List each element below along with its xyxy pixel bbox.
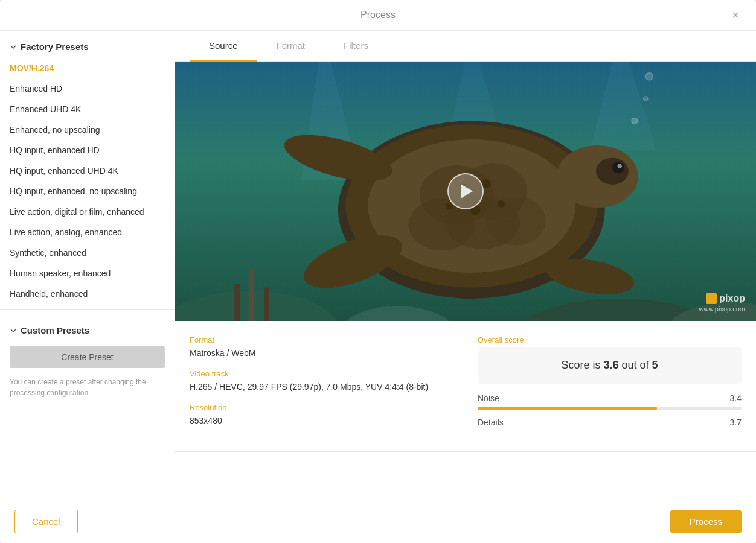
score-max: 5 [652, 359, 658, 371]
details-label: Details [478, 418, 504, 427]
format-label: Format [190, 335, 453, 345]
factory-preset-item-7[interactable]: Live action, digital or film, enhanced [0, 202, 175, 222]
factory-preset-item-3[interactable]: Enhanced, no upscaling [0, 119, 175, 140]
score-box: Score is 3.6 out of 5 [478, 347, 742, 384]
factory-preset-item-6[interactable]: HQ input, enhanced, no upscaling [0, 181, 175, 202]
custom-presets-label: Custom Presets [21, 325, 89, 335]
dialog-body: Factory Presets MOV/H.264Enhanced HDEnha… [0, 31, 756, 500]
source-info-left: Format Matroska / WebM Video track H.265… [190, 335, 453, 437]
tab-filters[interactable]: Filters [324, 31, 388, 62]
sidebar-divider [0, 309, 175, 310]
video-thumbnail: pixop www.pixop.com [175, 62, 756, 321]
score-value: 3.6 [603, 359, 618, 371]
svg-point-22 [618, 164, 622, 168]
pixop-watermark: pixop www.pixop.com [699, 293, 745, 313]
factory-preset-item-8[interactable]: Live action, analog, enhanced [0, 222, 175, 243]
process-button[interactable]: Process [670, 510, 742, 533]
svg-point-20 [596, 158, 629, 185]
sidebar: Factory Presets MOV/H.264Enhanced HDEnha… [0, 31, 175, 500]
overall-score-label: Overall score [478, 335, 742, 345]
details-metric-row: Details 3.7 [478, 418, 742, 427]
svg-point-32 [643, 97, 647, 101]
main-content: Source Format Filters [175, 31, 756, 500]
factory-preset-item-1[interactable]: Enhanced HD [0, 78, 175, 99]
play-icon [461, 184, 473, 198]
noise-label: Noise [478, 393, 499, 403]
noise-metric-row: Noise 3.4 [478, 393, 742, 403]
score-text: Score is 3.6 out of 5 [561, 359, 658, 371]
format-value: Matroska / WebM [190, 347, 453, 360]
create-preset-hint: You can create a preset after changing t… [0, 373, 175, 405]
factory-presets-label: Factory Presets [21, 42, 89, 52]
noise-bar-fill [478, 407, 657, 410]
pixop-logo: pixop [706, 293, 745, 304]
chevron-down-icon [10, 43, 17, 51]
chevron-down-icon-2 [10, 327, 17, 334]
dialog-footer: Cancel Process [0, 500, 756, 543]
factory-presets-header: Factory Presets [0, 31, 175, 58]
noise-bar-bg [478, 407, 742, 410]
resolution-value: 853x480 [190, 414, 453, 427]
process-dialog: Process × Factory Presets MOV/H.264Enhan… [0, 0, 756, 543]
create-preset-button[interactable]: Create Preset [10, 346, 165, 368]
video-container: pixop www.pixop.com [175, 62, 756, 321]
svg-rect-5 [234, 284, 240, 321]
video-track-value: H.265 / HEVC, 29.97 FPS (29.97p), 7.0 Mb… [190, 381, 453, 393]
video-track-label: Video track [190, 369, 453, 378]
factory-preset-item-10[interactable]: Human speaker, enhanced [0, 263, 175, 284]
dialog-title: Process [360, 10, 396, 21]
score-section: Overall score Score is 3.6 out of 5 Nois… [478, 335, 742, 437]
factory-presets-list: MOV/H.264Enhanced HDEnhanced UHD 4KEnhan… [0, 58, 175, 304]
factory-preset-item-11[interactable]: Handheld, enhanced [0, 284, 175, 304]
factory-preset-item-9[interactable]: Synthetic, enhanced [0, 243, 175, 263]
factory-preset-item-0[interactable]: MOV/H.264 [0, 58, 175, 78]
pixop-logo-text: pixop [719, 293, 745, 304]
details-value: 3.7 [730, 418, 742, 427]
noise-value: 3.4 [730, 393, 742, 403]
dialog-header: Process × [0, 0, 756, 31]
content-scroll-area: pixop www.pixop.com Format Matroska / We… [175, 62, 756, 500]
svg-point-31 [632, 118, 638, 124]
svg-point-33 [645, 73, 653, 80]
play-button[interactable] [447, 173, 484, 209]
pixop-logo-icon [706, 293, 717, 304]
factory-preset-item-2[interactable]: Enhanced UHD 4K [0, 99, 175, 119]
tab-source[interactable]: Source [190, 31, 257, 62]
svg-rect-6 [249, 269, 254, 321]
svg-point-30 [498, 200, 505, 208]
custom-presets-header: Custom Presets [0, 314, 175, 341]
svg-point-18 [486, 197, 545, 246]
resolution-label: Resolution [190, 403, 453, 412]
factory-preset-item-5[interactable]: HQ input, enhanced UHD 4K [0, 160, 175, 181]
pixop-url: www.pixop.com [699, 305, 745, 313]
tab-format[interactable]: Format [257, 31, 325, 62]
factory-preset-item-4[interactable]: HQ input, enhanced HD [0, 140, 175, 160]
svg-rect-7 [264, 288, 269, 321]
info-section: Format Matroska / WebM Video track H.265… [175, 321, 756, 452]
cancel-button[interactable]: Cancel [14, 510, 78, 533]
tabs-bar: Source Format Filters [175, 31, 756, 62]
close-button[interactable]: × [727, 7, 744, 24]
